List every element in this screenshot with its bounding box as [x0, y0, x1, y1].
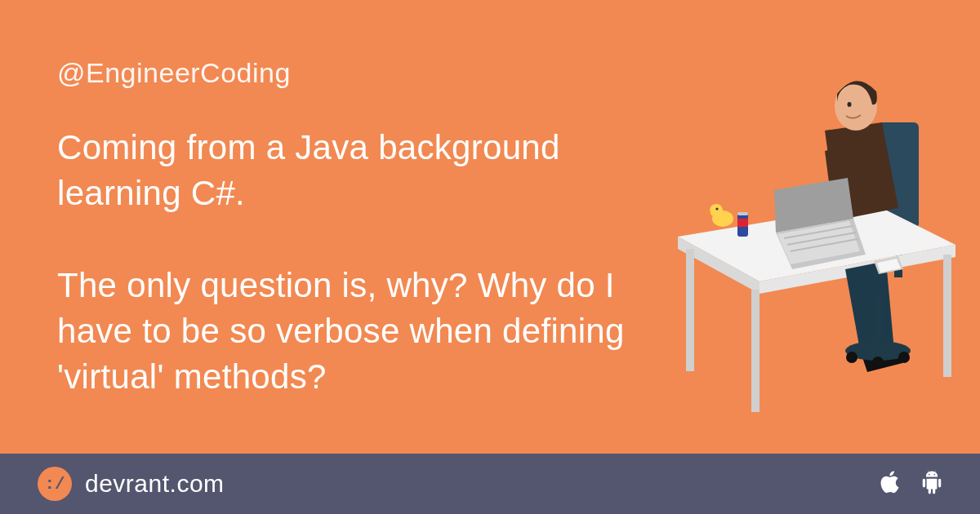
footer-bar: :/ devrant.com: [0, 454, 980, 514]
svg-rect-5: [686, 249, 694, 371]
svg-marker-30: [704, 210, 710, 215]
avatar-illustration: [653, 24, 964, 432]
share-card: @EngineerCoding Coming from a Java backg…: [0, 0, 980, 514]
platform-icons: [879, 470, 942, 498]
svg-rect-34: [737, 212, 748, 215]
svg-point-29: [710, 204, 723, 217]
android-icon: [921, 470, 942, 498]
svg-point-18: [898, 352, 910, 363]
logo-glyph: :/: [44, 475, 65, 494]
svg-point-12: [848, 102, 852, 107]
logo-icon: :/: [38, 467, 72, 501]
svg-rect-15: [874, 294, 882, 343]
svg-point-31: [715, 207, 718, 210]
svg-point-19: [872, 357, 884, 368]
svg-rect-6: [751, 290, 760, 412]
brand-text: devrant.com: [85, 470, 225, 498]
post-content: @EngineerCoding Coming from a Java backg…: [57, 57, 637, 401]
svg-point-17: [846, 352, 858, 363]
apple-icon: [879, 470, 900, 498]
svg-rect-7: [943, 255, 951, 377]
svg-rect-33: [737, 219, 748, 227]
author-username: @EngineerCoding: [57, 57, 637, 89]
footer-brand: :/ devrant.com: [38, 467, 225, 501]
rant-text: Coming from a Java background learning C…: [57, 125, 637, 401]
